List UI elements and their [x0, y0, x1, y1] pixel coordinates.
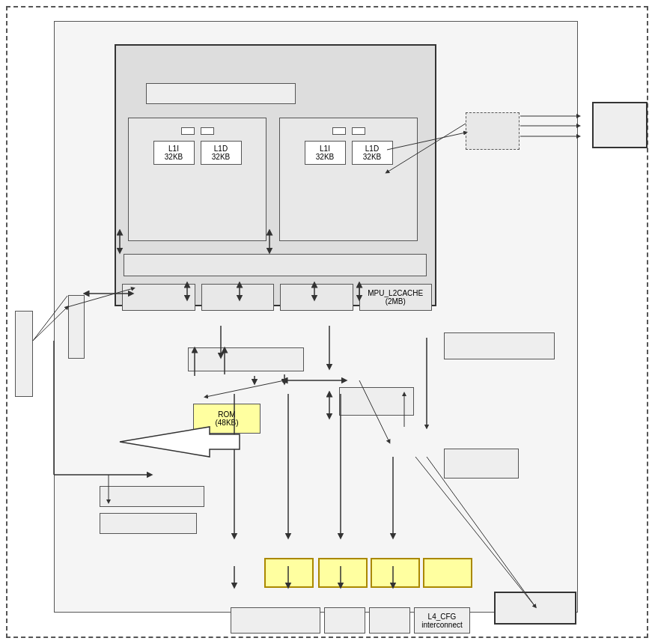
- mpu-c1-label: [280, 118, 417, 121]
- mpu-c0-label: [129, 118, 266, 121]
- multicore-trace-box: [146, 83, 296, 104]
- mpu-c1-box: L1I32KB L1D32KB: [279, 118, 418, 241]
- bridge-box-2: [318, 558, 368, 588]
- emif1-box: [324, 607, 365, 634]
- l4-cfg-interconnect-box: L4_CFGinterconnect: [414, 607, 470, 634]
- l1d-c1: L1D32KB: [352, 141, 393, 165]
- mpu-wugen-box: [68, 295, 85, 359]
- timer1-box: [280, 284, 353, 311]
- l3-interconnect-box: [231, 607, 320, 634]
- mpu-ma-box: [339, 387, 414, 416]
- emif2-box: [369, 607, 410, 634]
- mpu-intc-box: [122, 284, 195, 311]
- bridge-box-3: [371, 558, 420, 588]
- bridge-box-4: [423, 558, 472, 588]
- bridge-box-1: [264, 558, 314, 588]
- l1i-c1: L1I32KB: [305, 141, 346, 165]
- mpu-cluster: L1I32KB L1D32KB L1I32KB L1D32KB MP: [115, 44, 436, 306]
- mpu-subsystem: L1I32KB L1D32KB L1I32KB L1D32KB MP: [54, 21, 578, 613]
- mpu-c0-box: L1I32KB L1D32KB: [128, 118, 266, 241]
- mpu-prcm-box: [444, 449, 519, 479]
- mpu-wd-timer-box: [100, 513, 197, 534]
- neon-core-c0: [181, 127, 195, 135]
- cluster-bottom-row: MPU_L2CACHE(2MB): [116, 284, 438, 311]
- mpu-l2cache-ctrl: [124, 254, 427, 276]
- vfpv4-core-c0: [201, 127, 214, 135]
- timer0-box: [201, 284, 275, 311]
- standby-controller-box: [444, 332, 555, 359]
- rom-box: ROM(48KB): [193, 404, 261, 434]
- global-prcm-box: [494, 592, 576, 625]
- l1i-c0: L1I32KB: [153, 141, 195, 165]
- l1d-c0: L1D32KB: [201, 141, 242, 165]
- irq-crossbar-box: [15, 311, 33, 397]
- mpu-l2cache-2mb-box: MPU_L2CACHE(2MB): [359, 284, 433, 311]
- neon-core-c1: [332, 127, 346, 135]
- mpu-axicocp-box: [100, 486, 204, 507]
- debug-subsystem-box: [592, 102, 648, 148]
- vfpv4-core-c1: [352, 127, 365, 135]
- counter-realtime-box: [188, 347, 304, 371]
- mpu-cluster-label: [116, 46, 435, 59]
- debug-logic-box: [466, 112, 520, 150]
